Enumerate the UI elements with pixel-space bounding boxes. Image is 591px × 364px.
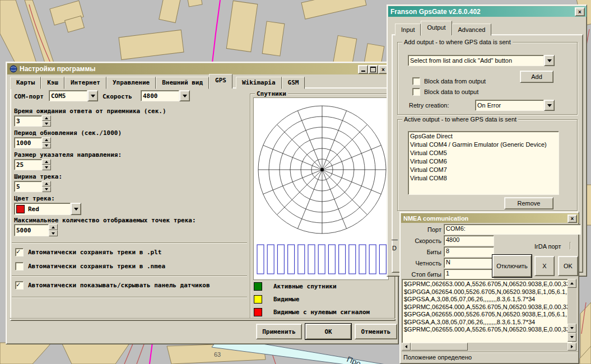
checkbox-icon[interactable]	[15, 262, 24, 270]
dropdown-arrow-icon[interactable]	[179, 90, 190, 101]
retry-creation-combo[interactable]: On Error	[475, 100, 555, 111]
save-nmea-checkbox[interactable]: Автоматически сохранять треки в .nmea	[15, 262, 165, 270]
irda-label: IrDA порт	[534, 243, 561, 250]
scroll-up-icon[interactable]	[567, 279, 576, 288]
refresh-spinner[interactable]: 1000	[14, 137, 51, 148]
baud-field[interactable]: 4800	[444, 235, 494, 246]
close-icon[interactable]: ×	[567, 214, 577, 223]
nmea-ok-button[interactable]: OK	[558, 256, 578, 276]
spinner-up-icon[interactable]	[42, 181, 51, 186]
separator	[12, 242, 247, 244]
scroll-thumb[interactable]	[567, 324, 576, 333]
spinner-down-icon[interactable]	[49, 230, 58, 236]
stop-bits-field[interactable]: 1	[444, 269, 494, 279]
save-nmea-label: Автоматически сохранять треки в .nmea	[28, 263, 165, 270]
pointer-size-value[interactable]: 25	[14, 159, 42, 170]
dropdown-arrow-icon[interactable]	[544, 100, 555, 111]
sensors-panel-checkbox[interactable]: Автоматически показывать/скрывать панель…	[15, 281, 210, 290]
checkbox-checked-icon[interactable]	[15, 248, 24, 256]
tab-wikimapia[interactable]: Wikimapia	[236, 77, 282, 89]
tab-karty[interactable]: Карты	[10, 77, 41, 89]
save-plt-checkbox[interactable]: Автоматически сохранять треки в .plt	[15, 248, 161, 256]
max-points-spinner[interactable]: 5000	[14, 224, 58, 236]
add-output-group-label: Add output - to where GPS data is sent	[402, 39, 513, 45]
ok-button[interactable]: ОК	[305, 324, 351, 339]
dropdown-arrow-icon[interactable]	[71, 203, 81, 215]
list-item[interactable]: Virtual COM7	[410, 166, 557, 174]
track-width-spinner[interactable]: 5	[14, 181, 51, 192]
active-output-list[interactable]: GpsGate Direct Virtual COM4 / Garmin Emu…	[408, 131, 559, 195]
dropdown-arrow-icon[interactable]	[544, 55, 555, 66]
block-from-output-checkbox[interactable]: Block data from output	[412, 77, 486, 85]
timeout-value[interactable]: 3	[14, 115, 42, 127]
scroll-left-icon[interactable]	[402, 343, 411, 351]
list-item[interactable]: GpsGate Direct	[410, 132, 557, 141]
legend-zero-signal: Видимые с нулевым сигналом	[254, 308, 370, 316]
close-icon[interactable]: ×	[575, 7, 585, 16]
nmea-titlebar[interactable]: NMEA communication ×	[401, 213, 579, 223]
scroll-thumb[interactable]	[411, 343, 468, 351]
nmea-log[interactable]: $GPRMC,062653.000,A,5526.6705,N,06520.90…	[402, 279, 572, 345]
tab-gsm[interactable]: GSM	[282, 77, 305, 89]
tab-upravlenie[interactable]: Управление	[106, 77, 156, 89]
pointer-size-spinner[interactable]: 25	[14, 159, 51, 170]
bits-field[interactable]: 8	[444, 246, 494, 257]
timeout-spinner[interactable]: 3	[14, 115, 51, 127]
scroll-right-icon[interactable]	[567, 343, 576, 351]
tab-cache[interactable]: Кэш	[41, 77, 64, 89]
apply-button[interactable]: Применить	[256, 324, 302, 339]
tab-output[interactable]: Output	[421, 21, 452, 35]
list-item[interactable]: Virtual COM4 / Garmin Emulator (Generic …	[410, 141, 557, 149]
speed-combo[interactable]: 4800	[141, 90, 190, 101]
add-output-combo[interactable]: Select from list and click "Add" button	[408, 55, 555, 66]
tab-gps[interactable]: GPS	[209, 74, 232, 88]
parity-field[interactable]: N	[444, 258, 494, 268]
block-to-output-checkbox[interactable]: Block data to output	[412, 88, 478, 96]
list-item[interactable]: Virtual COM6	[410, 157, 557, 166]
spinner-down-icon[interactable]	[42, 186, 51, 192]
tab-vneshniy-vid[interactable]: Внешний вид	[156, 77, 209, 89]
spinner-up-icon[interactable]	[42, 137, 51, 143]
disconnect-button[interactable]: Отключить	[492, 255, 532, 277]
list-item[interactable]: Virtual COM5	[410, 149, 557, 157]
com-port-value[interactable]: COM5	[49, 90, 87, 101]
spinner-up-icon[interactable]	[42, 115, 51, 121]
spinner-down-icon[interactable]	[42, 121, 51, 127]
cancel-button-label: Отменить	[361, 328, 391, 335]
refresh-value[interactable]: 1000	[14, 137, 42, 148]
pointer-size-label: Размер указателя направления:	[14, 151, 122, 158]
spinner-up-icon[interactable]	[49, 224, 58, 230]
max-points-value[interactable]: 5000	[14, 224, 49, 236]
track-color-combo[interactable]: Red	[14, 203, 81, 215]
checkbox-icon[interactable]	[412, 77, 420, 85]
gpsgate-titlebar[interactable]: Franson GpsGate v2.6.0.402 ×	[388, 6, 587, 17]
checkbox-icon[interactable]	[412, 88, 420, 96]
tab-advanced[interactable]: Advanced	[452, 24, 492, 36]
com-port-combo[interactable]: COM5	[49, 90, 98, 101]
dropdown-arrow-icon[interactable]	[87, 90, 98, 101]
speed-value[interactable]: 4800	[141, 90, 179, 101]
port-field[interactable]: COM6:	[444, 224, 581, 235]
satellites-group: Спутники Активные спутники Видимые Видим…	[250, 94, 395, 319]
track-width-value[interactable]: 5	[14, 181, 42, 192]
x-button[interactable]: X	[534, 256, 555, 276]
cancel-button[interactable]: Отменить	[355, 324, 397, 339]
retry-creation-value[interactable]: On Error	[475, 100, 544, 111]
spinner-down-icon[interactable]	[42, 143, 51, 148]
irda-checkbox[interactable]	[570, 242, 571, 250]
nmea-log-line: $GPGGA,062654.000,5526.6705,N,06520.9038…	[404, 288, 570, 296]
track-color-value[interactable]: Red	[28, 206, 39, 213]
spinner-up-icon[interactable]	[42, 159, 51, 165]
tab-internet[interactable]: Интернет	[64, 77, 106, 89]
stop-bits-label: Стоп биты	[404, 271, 441, 278]
add-output-combo-value[interactable]: Select from list and click "Add" button	[408, 55, 544, 66]
remove-button[interactable]: Remove	[504, 197, 553, 209]
scroll-down-icon[interactable]	[567, 333, 576, 342]
checkbox-checked-icon[interactable]	[15, 281, 24, 290]
spinner-down-icon[interactable]	[42, 165, 51, 170]
list-item[interactable]: Virtual COM8	[410, 174, 557, 183]
add-button[interactable]: Add	[520, 71, 553, 83]
vertical-scrollbar[interactable]	[567, 279, 576, 342]
tab-input[interactable]: Input	[395, 24, 421, 36]
horizontal-scrollbar[interactable]	[402, 343, 576, 351]
